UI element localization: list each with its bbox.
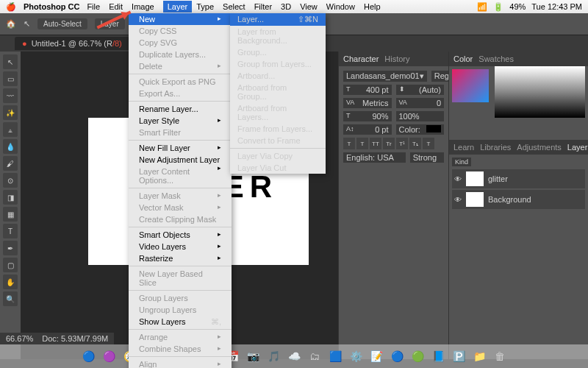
- menuitem[interactable]: New Fill Layer: [129, 142, 232, 154]
- menu-filter[interactable]: Filter: [254, 2, 272, 11]
- close-icon[interactable]: ●: [22, 39, 27, 48]
- dock-icon[interactable]: 📘: [429, 347, 448, 366]
- font-family[interactable]: Landasans_demo01▾: [343, 71, 427, 82]
- text-color[interactable]: Color:: [396, 124, 445, 135]
- tab-history[interactable]: History: [384, 54, 409, 63]
- tools-panel: ↖ ▭ 〰 ✨ ⟁ 💧 🖌 ⊙ ◨ ▦ T ✒ ▢ ✋ 🔍: [0, 52, 21, 359]
- hand-tool[interactable]: ✋: [3, 275, 18, 289]
- move-tool-icon[interactable]: ↖: [24, 19, 30, 29]
- path-tool[interactable]: ✒: [3, 241, 18, 255]
- eraser-tool[interactable]: ◨: [3, 190, 18, 205]
- eyedropper-tool[interactable]: 💧: [3, 139, 18, 154]
- tab-libraries[interactable]: Libraries: [480, 143, 511, 152]
- scale[interactable]: T 90%: [343, 111, 392, 121]
- lasso-tool[interactable]: 〰: [3, 88, 18, 103]
- autoselect-check[interactable]: Auto-Select: [37, 18, 87, 29]
- tab-adjustments[interactable]: Adjustments: [517, 143, 562, 152]
- leading[interactable]: ⬍ (Auto): [396, 85, 445, 95]
- dock-icon[interactable]: 📝: [367, 347, 386, 366]
- dock-icon[interactable]: 🎵: [264, 347, 283, 366]
- tab-color[interactable]: Color: [453, 54, 473, 63]
- menuitem[interactable]: New: [129, 13, 232, 25]
- document-tab[interactable]: ● Untitled-1 @ 66.7% (R/8): [15, 37, 129, 50]
- visibility-icon[interactable]: 👁: [454, 175, 462, 183]
- dock-icon[interactable]: 🗂: [305, 347, 324, 366]
- tracking[interactable]: VA 0: [396, 98, 445, 108]
- menu-layer[interactable]: Layer: [163, 1, 193, 13]
- menu-type[interactable]: Type: [196, 2, 214, 11]
- menuitem: Align: [129, 358, 232, 368]
- menuitem[interactable]: Smart Objects: [129, 229, 232, 241]
- dock-icon[interactable]: 📷: [243, 347, 262, 366]
- submenuitem: Layer from Background...: [230, 26, 326, 46]
- tab-character[interactable]: Character: [343, 54, 379, 63]
- tab-layers[interactable]: Layers: [567, 143, 588, 152]
- layer-row[interactable]: 👁glitter: [452, 169, 585, 188]
- marquee-tool[interactable]: ▭: [3, 71, 18, 86]
- menuitem[interactable]: Show Layers⌘,: [129, 316, 232, 328]
- wand-tool[interactable]: ✨: [3, 105, 18, 120]
- color-swatch[interactable]: [452, 69, 489, 102]
- tab-learn[interactable]: Learn: [453, 143, 474, 152]
- apple-icon[interactable]: 🍎: [6, 2, 16, 12]
- doc-size: Doc: 5.93M/7.99M: [42, 334, 108, 343]
- zoom-tool[interactable]: 🔍: [3, 291, 18, 306]
- menuitem[interactable]: Video Layers: [129, 241, 232, 252]
- kind-filter[interactable]: Kind: [452, 158, 471, 166]
- dock-icon[interactable]: 🗑: [490, 347, 509, 366]
- tab-swatches[interactable]: Swatches: [478, 54, 514, 63]
- gradient-tool[interactable]: ▦: [3, 207, 18, 222]
- stamp-tool[interactable]: ⊙: [3, 173, 18, 188]
- menuitem[interactable]: New Adjustment Layer: [129, 154, 232, 166]
- dock-icon[interactable]: 🟣: [99, 347, 118, 366]
- dock-icon[interactable]: 🟢: [408, 347, 427, 366]
- submenuitem[interactable]: Group...: [230, 46, 326, 58]
- menu-select[interactable]: Select: [223, 2, 245, 11]
- app-name[interactable]: Photoshop CC: [24, 2, 79, 11]
- language[interactable]: English: USA: [343, 152, 406, 163]
- opacity[interactable]: 100%: [396, 111, 445, 121]
- menuitem: Vector Mask: [129, 202, 232, 213]
- dock-icon[interactable]: ⚙️: [346, 347, 365, 366]
- baseline[interactable]: A↕ 0 pt: [343, 124, 392, 135]
- submenuitem: Artboard from Layers...: [230, 102, 326, 123]
- menu-help[interactable]: Help: [364, 2, 381, 11]
- home-icon[interactable]: 🏠: [6, 19, 16, 29]
- menuitem[interactable]: Rename Layer...: [129, 103, 232, 115]
- submenuitem[interactable]: Layer...⇧⌘N: [230, 13, 326, 26]
- visibility-icon[interactable]: 👁: [454, 196, 462, 204]
- dock-icon[interactable]: ☁️: [284, 347, 304, 366]
- move-tool[interactable]: ↖: [3, 54, 18, 69]
- menuitem: Copy CSS: [129, 25, 232, 37]
- antialias[interactable]: Strong: [410, 152, 444, 163]
- submenuitem: Frame from Layers...: [230, 123, 326, 135]
- shape-tool[interactable]: ▢: [3, 258, 18, 272]
- wifi-icon[interactable]: 📶: [477, 2, 487, 12]
- submenuitem: Layer Via Copy: [230, 150, 326, 162]
- layers-panel: Kind 👁glitter👁Background: [449, 155, 588, 213]
- dock-icon[interactable]: 🔵: [79, 347, 98, 366]
- brush-tool[interactable]: 🖌: [3, 156, 18, 171]
- kerning[interactable]: VA Metrics: [343, 98, 392, 108]
- menuitem[interactable]: Rasterize: [129, 252, 232, 264]
- color-picker[interactable]: [495, 66, 585, 118]
- battery-icon[interactable]: 🔋: [493, 2, 503, 12]
- menuitem[interactable]: Layer Style: [129, 115, 232, 127]
- dock-icon[interactable]: 📁: [470, 347, 489, 366]
- bold-button[interactable]: T: [343, 138, 355, 149]
- menu-3d[interactable]: 3D: [281, 2, 291, 11]
- menu-view[interactable]: View: [300, 2, 318, 11]
- dock-icon[interactable]: 🔵: [387, 347, 406, 366]
- dock-icon[interactable]: 🅿️: [449, 347, 468, 366]
- italic-button[interactable]: T: [356, 138, 368, 149]
- font-size[interactable]: T 400 pt: [343, 85, 392, 95]
- submenuitem[interactable]: Artboard...: [230, 70, 326, 82]
- zoom-level[interactable]: 66.67%: [6, 334, 33, 343]
- layer-row[interactable]: 👁Background: [452, 190, 585, 209]
- text-tool[interactable]: T: [3, 224, 18, 238]
- dock-icon[interactable]: 🟦: [326, 347, 345, 366]
- menubar-status: 📶 🔋 49% Tue 12:43 PM: [477, 2, 582, 12]
- menu-image[interactable]: Image: [132, 2, 154, 11]
- menu-window[interactable]: Window: [326, 2, 355, 11]
- crop-tool[interactable]: ⟁: [3, 122, 18, 137]
